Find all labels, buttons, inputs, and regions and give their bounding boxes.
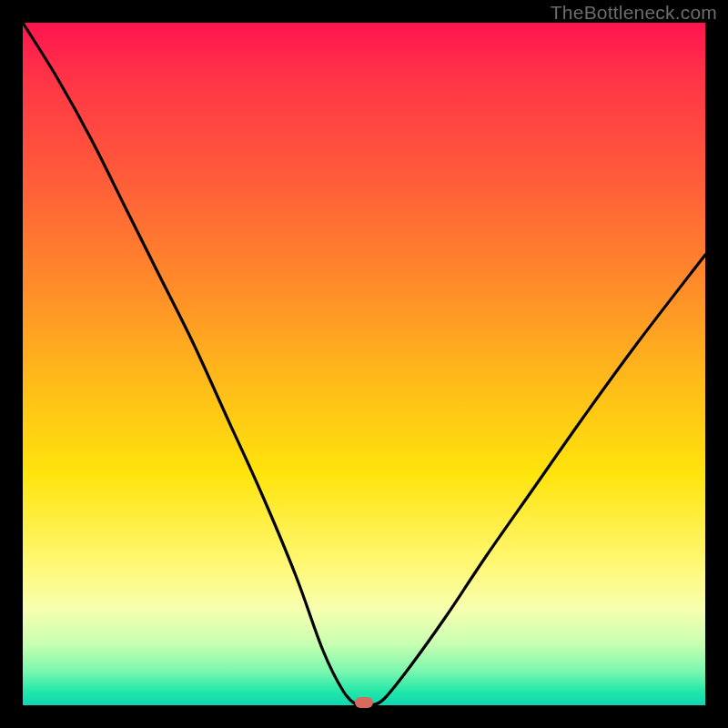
bottleneck-curve [23,23,705,705]
watermark-text: TheBottleneck.com [551,2,717,24]
optimum-marker [355,697,373,708]
stage: TheBottleneck.com [0,0,728,728]
curve-path [23,23,705,706]
plot-frame [23,23,705,705]
